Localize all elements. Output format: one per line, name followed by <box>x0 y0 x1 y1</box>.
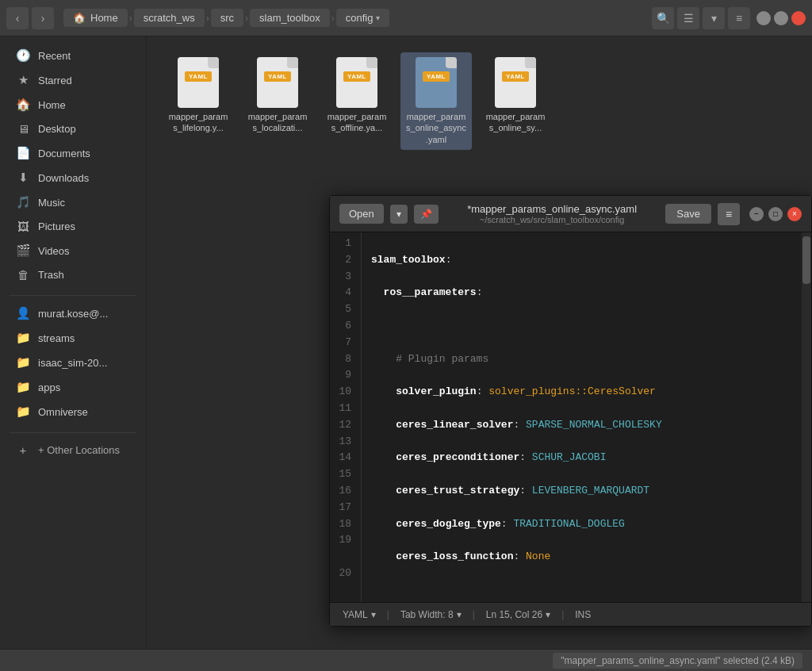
home-icon: 🏠 <box>73 12 86 24</box>
sidebar-section-main: 🕐 Recent ★ Starred 🏠 Home 🖥 Desktop 📄 Do… <box>0 43 146 287</box>
maximize-button[interactable] <box>774 11 788 25</box>
chevron-down-icon: ▾ <box>546 609 550 620</box>
sidebar-item-trash[interactable]: 🗑 Trash <box>3 263 143 286</box>
documents-icon: 📄 <box>16 146 30 160</box>
yaml-file-icon: YAML <box>336 57 377 108</box>
breadcrumb-slam-toolbox[interactable]: slam_toolbox <box>250 9 330 27</box>
editor-save-button[interactable]: Save <box>665 204 711 224</box>
breadcrumb-home[interactable]: 🏠 Home <box>63 9 128 27</box>
sidebar-item-apps[interactable]: 📁 apps <box>3 375 143 399</box>
code-area: 12345 678910 1112131415 16171819 20 2122… <box>330 232 811 602</box>
insert-mode: INS <box>572 608 594 622</box>
sidebar-item-home[interactable]: 🏠 Home <box>3 93 143 117</box>
desktop-icon: 🖥 <box>16 122 30 136</box>
editor-titlebar: Open ▾ 📌 *mapper_params_online_async.yam… <box>330 196 811 232</box>
breadcrumb-config[interactable]: config ▾ <box>336 9 390 27</box>
home-icon: 🏠 <box>16 98 30 112</box>
editor-statusbar: YAML ▾ | Tab Width: 8 ▾ | Ln 15, Col 26 … <box>330 602 811 626</box>
window-controls <box>756 11 806 25</box>
settings-button[interactable]: ≡ <box>728 7 750 29</box>
main-area: 🕐 Recent ★ Starred 🏠 Home 🖥 Desktop 📄 Do… <box>0 36 812 649</box>
file-area: YAML mapper_params_lifelong.y... YAML ma… <box>147 36 812 649</box>
scrollbar-thumb[interactable] <box>802 236 810 284</box>
editor-window-controls: − □ × <box>749 207 802 221</box>
editor-pin-button[interactable]: 📌 <box>414 205 439 224</box>
bottom-bar: "mapper_params_online_async.yaml" select… <box>0 649 812 671</box>
language-selector[interactable]: YAML ▾ <box>339 608 379 622</box>
breadcrumb: 🏠 Home › scratch_ws › src › slam_toolbox… <box>63 9 642 27</box>
view-list-button[interactable]: ☰ <box>677 7 699 29</box>
sidebar-item-music[interactable]: 🎵 Music <box>3 190 143 214</box>
status-separator: | <box>561 609 564 620</box>
file-name: mapper_params_localizati... <box>247 111 308 134</box>
status-text: "mapper_params_online_async.yaml" select… <box>553 653 802 669</box>
other-locations-button[interactable]: + + Other Locations <box>3 439 143 462</box>
line-numbers: 12345 678910 1112131415 16171819 20 2122… <box>330 232 362 602</box>
file-name: mapper_params_lifelong.y... <box>167 111 229 134</box>
editor-title: *mapper_params_online_async.yaml ~/scrat… <box>445 203 660 224</box>
file-name: mapper_params_online_async.yaml <box>405 111 467 145</box>
yaml-file-icon: YAML <box>416 57 457 108</box>
titlebar-actions: 🔍 ☰ ▾ ≡ <box>652 7 750 29</box>
editor-minimize-button[interactable]: − <box>749 207 764 221</box>
editor-open-button[interactable]: Open <box>339 204 384 224</box>
editor-scrollbar[interactable] <box>802 232 811 602</box>
folder-icon: 📁 <box>16 380 30 394</box>
file-item[interactable]: YAML mapper_params_lifelong.y... <box>163 52 234 139</box>
file-item-selected[interactable]: YAML mapper_params_online_async.yaml <box>400 52 472 150</box>
yaml-file-icon: YAML <box>495 57 536 108</box>
file-name: mapper_params_offline.ya... <box>326 111 388 134</box>
cursor-position[interactable]: Ln 15, Col 26 ▾ <box>483 608 553 622</box>
sidebar-item-videos[interactable]: 🎬 Videos <box>3 239 143 263</box>
minimize-button[interactable] <box>756 11 771 25</box>
sidebar-section-bookmarks: 👤 murat.kose@... 📁 streams 📁 isaac_sim-2… <box>0 301 146 424</box>
sidebar: 🕐 Recent ★ Starred 🏠 Home 🖥 Desktop 📄 Do… <box>0 36 147 649</box>
sidebar-item-murat[interactable]: 👤 murat.kose@... <box>3 301 143 325</box>
sidebar-divider <box>10 295 136 296</box>
status-separator: | <box>387 609 389 620</box>
starred-icon: ★ <box>16 73 30 87</box>
breadcrumb-scratch-ws[interactable]: scratch_ws <box>134 9 205 27</box>
search-button[interactable]: 🔍 <box>652 7 674 29</box>
folder-icon: 📁 <box>16 405 30 419</box>
downloads-icon: ⬇ <box>16 171 30 185</box>
folder-icon: 📁 <box>16 355 30 370</box>
editor-menu-button[interactable]: ≡ <box>718 203 740 225</box>
sidebar-item-starred[interactable]: ★ Starred <box>3 68 143 92</box>
chevron-down-icon: ▾ <box>457 609 462 620</box>
sidebar-item-pictures[interactable]: 🖼 Pictures <box>3 215 143 238</box>
titlebar: ‹ › 🏠 Home › scratch_ws › src › slam_too… <box>0 0 812 36</box>
sidebar-item-downloads[interactable]: ⬇ Downloads <box>3 166 143 190</box>
sidebar-divider-2 <box>10 432 136 433</box>
user-icon: 👤 <box>16 306 30 320</box>
nav-back-button[interactable]: ‹ <box>6 7 29 29</box>
close-button[interactable] <box>791 11 806 25</box>
breadcrumb-src[interactable]: src <box>211 9 243 27</box>
file-item[interactable]: YAML mapper_params_localizati... <box>242 52 313 139</box>
editor-close-button[interactable]: × <box>787 207 802 221</box>
tab-width-selector[interactable]: Tab Width: 8 ▾ <box>397 608 465 622</box>
status-separator: | <box>473 609 475 620</box>
sidebar-item-omniverse[interactable]: 📁 Omniverse <box>3 400 143 424</box>
music-icon: 🎵 <box>16 195 30 209</box>
sidebar-item-streams[interactable]: 📁 streams <box>3 326 143 350</box>
sidebar-item-documents[interactable]: 📄 Documents <box>3 141 143 165</box>
code-content[interactable]: slam_toolbox: ros__parameters: # Plugin … <box>362 232 802 602</box>
editor-open-dropdown[interactable]: ▾ <box>390 205 408 224</box>
breadcrumb-separator: › <box>129 13 132 24</box>
sidebar-item-desktop[interactable]: 🖥 Desktop <box>3 117 143 140</box>
editor-maximize-button[interactable]: □ <box>768 207 783 221</box>
sidebar-item-isaac[interactable]: 📁 isaac_sim-20... <box>3 351 143 374</box>
chevron-down-icon: ▾ <box>376 13 380 22</box>
nav-forward-button[interactable]: › <box>32 7 54 29</box>
pictures-icon: 🖼 <box>16 220 30 233</box>
breadcrumb-separator: › <box>206 13 209 24</box>
sidebar-item-recent[interactable]: 🕐 Recent <box>3 44 143 67</box>
editor-window: Open ▾ 📌 *mapper_params_online_async.yam… <box>329 195 812 627</box>
videos-icon: 🎬 <box>16 243 30 258</box>
add-location-icon: + <box>16 443 30 457</box>
view-dropdown-button[interactable]: ▾ <box>703 7 725 29</box>
file-item[interactable]: YAML mapper_params_online_sy... <box>480 52 551 139</box>
file-item[interactable]: YAML mapper_params_offline.ya... <box>321 52 393 139</box>
yaml-file-icon: YAML <box>257 57 298 108</box>
